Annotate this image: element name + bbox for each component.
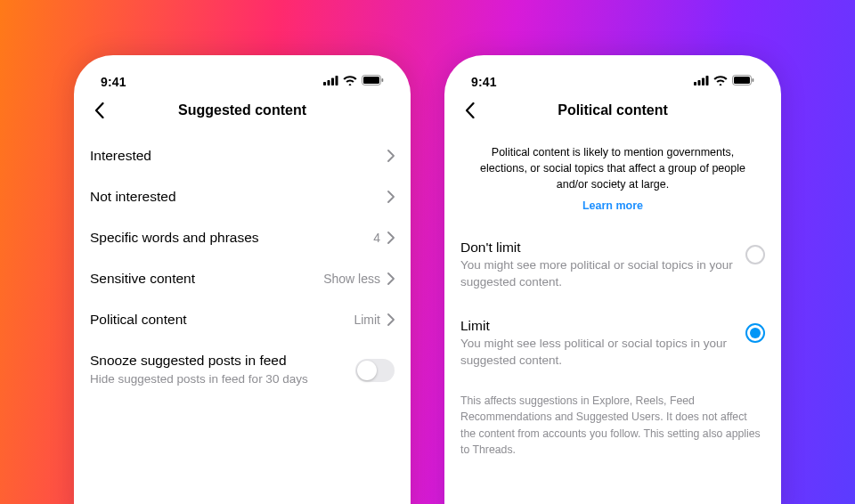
chevron-left-icon xyxy=(94,102,104,118)
option-title: Limit xyxy=(460,318,735,334)
battery-icon xyxy=(362,73,384,89)
chevron-right-icon xyxy=(387,272,395,285)
chevron-right-icon xyxy=(387,191,395,203)
row-sensitive-content[interactable]: Sensitive content Show less xyxy=(74,258,411,299)
row-label: Not interested xyxy=(90,189,176,205)
wifi-icon xyxy=(713,73,728,89)
info-text: Political content is likely to mention g… xyxy=(469,144,756,192)
info-block: Political content is likely to mention g… xyxy=(444,135,781,220)
svg-rect-6 xyxy=(382,78,384,82)
row-label: Sensitive content xyxy=(90,271,195,287)
status-time: 9:41 xyxy=(101,75,126,89)
svg-rect-5 xyxy=(363,77,379,84)
chevron-right-icon xyxy=(387,313,395,326)
status-time: 9:41 xyxy=(471,75,497,89)
row-snooze: Snooze suggested posts in feed Hide sugg… xyxy=(74,340,411,400)
back-button[interactable] xyxy=(86,98,111,123)
svg-rect-10 xyxy=(706,76,709,85)
snooze-label: Snooze suggested posts in feed xyxy=(90,353,355,369)
svg-rect-3 xyxy=(336,76,338,85)
svg-rect-2 xyxy=(331,78,334,86)
option-title: Don't limit xyxy=(460,240,735,256)
snooze-toggle[interactable] xyxy=(355,359,395,382)
navbar: Suggested content xyxy=(74,91,411,130)
status-bar: 9:41 xyxy=(444,55,781,91)
svg-rect-1 xyxy=(328,80,330,85)
svg-rect-8 xyxy=(698,80,701,85)
radio-unselected[interactable] xyxy=(745,245,765,264)
chevron-right-icon xyxy=(387,232,395,244)
row-value: 4 xyxy=(373,231,380,245)
content-panel: Political content is likely to mention g… xyxy=(444,130,781,504)
row-value: Show less xyxy=(323,272,380,286)
wifi-icon xyxy=(343,73,357,89)
page-title: Political content xyxy=(444,102,781,118)
cellular-icon xyxy=(694,73,709,89)
svg-rect-12 xyxy=(734,77,750,84)
option-desc: You might see more political or social t… xyxy=(460,257,735,291)
svg-rect-7 xyxy=(694,82,696,85)
row-value: Limit xyxy=(354,313,380,327)
svg-rect-0 xyxy=(323,82,326,85)
row-not-interested[interactable]: Not interested xyxy=(74,176,411,217)
footnote-text: This affects suggestions in Explore, Ree… xyxy=(444,386,781,466)
content-list: Interested Not interested Specific words… xyxy=(74,130,411,504)
row-specific-words[interactable]: Specific words and phrases 4 xyxy=(74,217,411,258)
learn-more-link[interactable]: Learn more xyxy=(582,199,643,212)
svg-rect-9 xyxy=(702,78,704,86)
row-political-content[interactable]: Political content Limit xyxy=(74,299,411,340)
gradient-background: 9:41 Suggested content Intereste xyxy=(0,0,855,504)
row-label: Specific words and phrases xyxy=(90,230,259,246)
chevron-left-icon xyxy=(465,102,475,118)
row-label: Political content xyxy=(90,312,187,328)
navbar: Political content xyxy=(444,91,781,130)
radio-selected[interactable] xyxy=(745,323,765,343)
chevron-right-icon xyxy=(387,150,395,162)
row-interested[interactable]: Interested xyxy=(74,135,411,176)
toggle-knob xyxy=(357,361,377,380)
status-bar: 9:41 xyxy=(74,55,411,91)
snooze-subtitle: Hide suggested posts in feed for 30 days xyxy=(90,371,355,387)
back-button[interactable] xyxy=(457,98,482,123)
option-dont-limit[interactable]: Don't limit You might see more political… xyxy=(444,229,781,302)
cellular-icon xyxy=(323,73,338,89)
page-title: Suggested content xyxy=(74,102,411,118)
option-desc: You might see less political or social t… xyxy=(460,336,735,370)
status-icons xyxy=(694,73,754,89)
row-label: Interested xyxy=(90,148,151,164)
status-icons xyxy=(323,73,384,89)
phone-suggested-content: 9:41 Suggested content Intereste xyxy=(74,55,411,504)
option-limit[interactable]: Limit You might see less political or so… xyxy=(444,307,781,380)
battery-icon xyxy=(732,73,754,89)
svg-rect-13 xyxy=(753,78,754,82)
phone-political-content: 9:41 Political content Political xyxy=(444,55,781,504)
